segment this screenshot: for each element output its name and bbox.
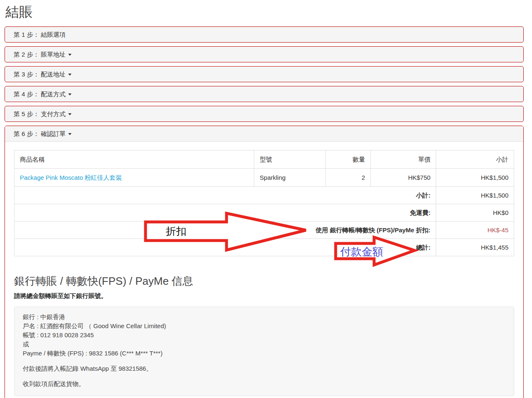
step-4-header[interactable]: 第 4 步： 配送方式 [5, 86, 523, 102]
fps-discount-label: 使用 銀行轉帳/轉數快 (FPS)/PayMe 折扣: [14, 222, 436, 239]
step-6-header[interactable]: 第 6 步： 確認訂單 [5, 126, 523, 142]
whatsapp-note: 付款後請將入帳記錄 WhatsApp 至 98321586。 [23, 364, 506, 373]
column-header-quantity: 數量 [326, 150, 371, 169]
model-cell: Sparkling [254, 169, 326, 187]
order-table: 商品名稱 型號 數量 單價 小計 Package Pink Moscato 粉紅… [14, 150, 514, 256]
fps-discount-value: HK$-45 [436, 222, 514, 239]
order-item-row: Package Pink Moscato 粉紅佳人套裝 Sparkling 2 … [14, 169, 514, 187]
bank-details-box: 銀行 : 中銀香港 戶名 : 紅酒館有限公司 （ Good Wine Cella… [14, 307, 514, 396]
total-row-discount: 使用 銀行轉帳/轉數快 (FPS)/PayMe 折扣: HK$-45 [14, 222, 514, 239]
step-panel-3: 第 3 步： 配送地址 [5, 66, 524, 82]
step-6-body: 商品名稱 型號 數量 單價 小計 Package Pink Moscato 粉紅… [5, 142, 523, 398]
or-line: 或 [23, 340, 506, 349]
caret-down-icon [68, 93, 72, 95]
total-row-shipping: 免運費: HK$0 [14, 204, 514, 222]
checkout-page: 結賬 第 1 步： 結賬選項 第 2 步： 賬單地址 第 3 步： 配送地址 第… [0, 0, 532, 398]
step-1-label: 第 1 步： 結賬選項 [14, 31, 66, 38]
grand-total-label: 總計: [14, 239, 436, 256]
product-cell: Package Pink Moscato 粉紅佳人套裝 [14, 169, 254, 187]
product-link[interactable]: Package Pink Moscato 粉紅佳人套裝 [20, 174, 122, 181]
caret-down-icon [68, 74, 72, 76]
step-3-header[interactable]: 第 3 步： 配送地址 [5, 67, 523, 82]
step-panel-5: 第 5 步： 支付方式 [5, 106, 524, 122]
fps-payme-line: Payme / 轉數快 (FPS) : 9832 1586 (C*** M***… [23, 349, 506, 358]
order-table-header-row: 商品名稱 型號 數量 單價 小計 [14, 150, 514, 169]
step-panel-1: 第 1 步： 結賬選項 [5, 26, 524, 43]
bank-transfer-instruction: 請將總金額轉賬至如下銀行賬號。 [14, 292, 514, 300]
unit-price-cell: HK$750 [371, 169, 436, 187]
step-3-label: 第 3 步： 配送地址 [14, 71, 66, 78]
step-5-header[interactable]: 第 5 步： 支付方式 [5, 106, 523, 122]
quantity-cell: 2 [326, 169, 371, 187]
caret-down-icon [68, 113, 72, 115]
step-panel-4: 第 4 步： 配送方式 [5, 86, 524, 102]
step-panel-6: 第 6 步： 確認訂單 商品名稱 型號 數量 單價 小計 Package Pin… [5, 126, 524, 398]
subtotal-cell: HK$1,500 [436, 169, 514, 187]
grand-total-value: HK$1,455 [436, 239, 514, 256]
column-header-unit-price: 單價 [371, 150, 436, 169]
step-6-label: 第 6 步： 確認訂單 [14, 130, 66, 137]
free-shipping-value: HK$0 [436, 204, 514, 222]
subtotal-value: HK$1,500 [436, 187, 514, 204]
account-number-line: 帳號 : 012 918 0028 2345 [23, 331, 506, 340]
free-shipping-label: 免運費: [14, 204, 436, 222]
step-2-header[interactable]: 第 2 步： 賬單地址 [5, 47, 523, 62]
column-header-subtotal: 小計 [436, 150, 514, 169]
step-panel-2: 第 2 步： 賬單地址 [5, 46, 524, 62]
account-name-line: 戶名 : 紅酒館有限公司 （ Good Wine Cellar Limited) [23, 322, 506, 331]
column-header-product: 商品名稱 [14, 150, 254, 169]
step-5-label: 第 5 步： 支付方式 [14, 110, 66, 117]
bank-name-line: 銀行 : 中銀香港 [23, 312, 506, 322]
delivery-note: 收到款項后配送貨物。 [23, 379, 506, 388]
total-row-grand-total: 總計: HK$1,455 [14, 239, 514, 256]
step-2-label: 第 2 步： 賬單地址 [14, 51, 66, 58]
total-row-subtotal: 小計: HK$1,500 [14, 187, 514, 204]
page-title: 結賬 [5, 4, 524, 20]
step-4-label: 第 4 步： 配送方式 [14, 91, 66, 98]
bank-info-heading: 銀行轉賬 / 轉數快(FPS) / PayMe 信息 [14, 275, 514, 287]
caret-down-icon [68, 54, 72, 56]
column-header-model: 型號 [254, 150, 326, 169]
step-1-header: 第 1 步： 結賬選項 [5, 27, 523, 42]
caret-down-icon [68, 133, 72, 135]
subtotal-label: 小計: [14, 187, 436, 204]
